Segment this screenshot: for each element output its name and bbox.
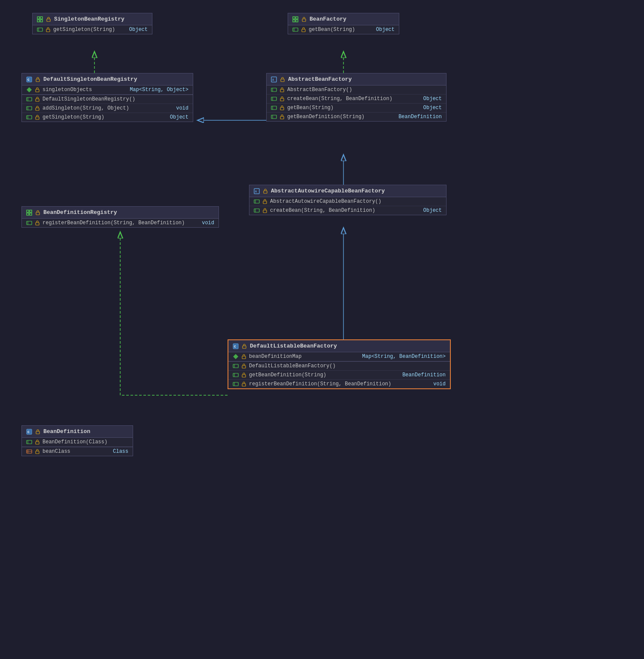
svg-rect-15 [293, 20, 295, 22]
svg-rect-60 [264, 191, 267, 193]
constructor-icon-dsbr [26, 96, 32, 102]
svg-rect-6 [40, 17, 43, 19]
return-type-getbeandefinition-abf: BeanDefinition [394, 114, 442, 120]
svg-rect-26 [27, 98, 32, 101]
svg-rect-7 [37, 20, 39, 22]
body-dsbr: singletonObjects Map<String, Object> Def… [22, 85, 193, 122]
svg-rect-64 [254, 209, 259, 212]
method-icon-cb-aacbf [254, 207, 260, 214]
con-icon-dlbf [233, 363, 239, 369]
return-type-addsingleton: void [172, 105, 188, 111]
class-name-bdr: BeanDefinitionRegistry [43, 209, 117, 216]
box-bean-definition: C BeanDefinition BeanDefinition(Class) [21, 425, 133, 456]
method-name-addsingleton: addSingleton(String, Object) [43, 105, 129, 111]
svg-text:C: C [234, 345, 236, 348]
lock-icon-rbd-bdr [34, 220, 40, 226]
box-abstract-autowire-capable-bean-factory: A AbstractAutowireCapableBeanFactory Abs… [249, 185, 447, 215]
body-dlbf: beanDefinitionMap Map<String, BeanDefini… [228, 352, 450, 388]
lock-icon-gs-dsbr [34, 114, 40, 120]
field-type-singletonobjects: Map<String, Object> [125, 87, 188, 93]
svg-rect-90 [36, 451, 39, 454]
constructor-name-dlbf: DefaultListableBeanFactory() [249, 363, 336, 369]
svg-rect-54 [36, 212, 39, 215]
class-icon-dlbf: C [233, 343, 239, 349]
lock-icon-cb-aacbf [262, 207, 268, 214]
header-aacbf: A AbstractAutowireCapableBeanFactory [249, 185, 446, 197]
method-icon-cb-abf [271, 96, 277, 102]
svg-rect-84 [27, 440, 32, 444]
header-bdr: BeanDefinitionRegistry [22, 207, 219, 219]
svg-rect-40 [280, 89, 284, 92]
field-name-bdm: beanDefinitionMap [249, 354, 301, 360]
return-type-createbean-aacbf: Object [419, 207, 442, 214]
field-beanclass: beanClass Class [22, 447, 133, 456]
svg-text:A: A [272, 78, 274, 82]
method-icon-gbd-abf [271, 114, 277, 120]
method-getsingleton: getSingleton(String) Object [33, 25, 152, 34]
class-name-bd: BeanDefinition [43, 428, 90, 435]
lock-icon-abf [279, 76, 286, 82]
svg-rect-66 [263, 210, 267, 213]
header-bean-factory: BeanFactory [288, 13, 399, 25]
method-addsingleton: addSingleton(String, Object) void [22, 104, 193, 113]
svg-rect-41 [271, 97, 276, 101]
constructor-aacbf: AbstractAutowireCapableBeanFactory() [249, 197, 446, 206]
svg-rect-20 [302, 29, 305, 32]
class-name-dsbr: DefaultSingletonBeanRegistry [43, 76, 137, 82]
header-abf: A AbstractBeanFactory [267, 73, 446, 85]
return-type-getbean-abf: Object [419, 105, 442, 111]
svg-rect-29 [27, 107, 32, 110]
field-icon-bc [26, 448, 32, 455]
method-icon-gbd-dlbf [233, 372, 239, 378]
lock-icon-gbd-dlbf [241, 372, 247, 378]
svg-rect-10 [37, 28, 43, 31]
lock-icon-bdr [35, 210, 41, 216]
return-type-rbd-bdr: void [197, 220, 214, 226]
method-registerbeandefinition-bdr: registerBeanDefinition(String, BeanDefin… [22, 219, 219, 227]
svg-rect-55 [27, 221, 32, 225]
svg-rect-5 [37, 17, 39, 19]
lock-icon-bd [35, 429, 41, 435]
method-name-getsingleton-dsbr: getSingleton(String) [43, 114, 104, 120]
lock-icon-con-bd [34, 439, 40, 445]
box-singleton-bean-registry: SingletonBeanRegistry getSingleton(Strin… [32, 13, 152, 34]
svg-rect-23 [36, 79, 39, 82]
box-default-singleton-bean-registry: C DefaultSingletonBeanRegistry singleton… [21, 73, 193, 122]
con-icon-aacbf [254, 198, 260, 204]
svg-rect-25 [36, 89, 39, 92]
svg-rect-61 [254, 200, 259, 203]
header-dlbf: C DefaultListableBeanFactory [228, 340, 450, 352]
constructor-name-bd: BeanDefinition(Class) [43, 439, 107, 445]
method-createbean-abf: createBean(String, BeanDefinition) Objec… [267, 95, 446, 104]
constructor-bd: BeanDefinition(Class) [22, 438, 133, 447]
method-name-rbd-dlbf: registerBeanDefinition(String, BeanDefin… [249, 381, 391, 387]
body-bd: BeanDefinition(Class) beanClass Class [22, 438, 133, 456]
svg-rect-46 [280, 107, 284, 110]
svg-rect-28 [36, 99, 39, 101]
method-name-createbean-abf: createBean(String, BeanDefinition) [287, 96, 392, 102]
return-type-gbd-dlbf: BeanDefinition [398, 372, 446, 378]
body-bf: getBean(String) Object [288, 25, 399, 34]
svg-rect-57 [36, 223, 39, 225]
lock-icon-2 [45, 27, 51, 33]
class-icon-bd: C [26, 429, 32, 435]
class-name-sbr: SingletonBeanRegistry [54, 16, 125, 22]
lock-icon-rbd-dlbf [241, 381, 247, 387]
class-icon-dsbr: C [26, 76, 32, 82]
svg-rect-49 [280, 116, 284, 119]
header-dsbr: C DefaultSingletonBeanRegistry [22, 73, 193, 85]
box-default-listable-bean-factory: C DefaultListableBeanFactory beanDefinit… [228, 339, 451, 389]
field-singletonobjects: singletonObjects Map<String, Object> [22, 85, 193, 95]
method-icon-rbd-dlbf [233, 381, 239, 387]
svg-rect-69 [243, 346, 246, 348]
method-name-getsingleton: getSingleton(String) [53, 27, 115, 33]
constructor-name-abf: AbstractBeanFactory() [287, 87, 352, 93]
box-bean-definition-registry: BeanDefinitionRegistry registerBeanDefin… [21, 206, 219, 228]
svg-rect-34 [36, 117, 39, 119]
svg-rect-18 [293, 28, 298, 31]
field-name-singletonobjects: singletonObjects [43, 87, 92, 93]
field-type-bdm: Map<String, BeanDefinition> [358, 354, 446, 360]
svg-rect-8 [40, 20, 43, 22]
svg-rect-71 [242, 356, 246, 359]
method-name-gbd-dlbf: getBeanDefinition(String) [249, 372, 326, 378]
